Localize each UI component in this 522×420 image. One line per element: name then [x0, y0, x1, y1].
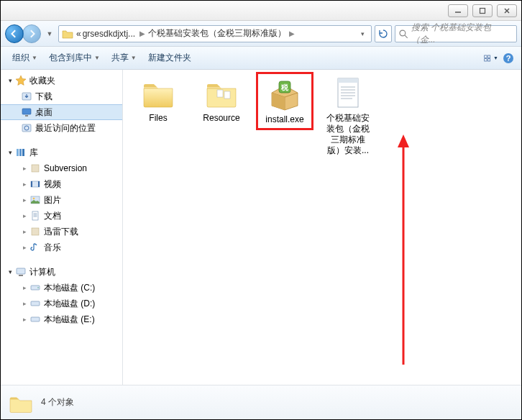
nav-tree[interactable]: ▾ 收藏夹 下载 桌面 最近访问的位置 ▾ 库 ▸ Subversion: [1, 70, 123, 385]
desktop-icon: [21, 106, 32, 118]
folder-icon: [8, 391, 34, 414]
history-dropdown[interactable]: ▼: [44, 30, 55, 37]
svg-text:税: 税: [280, 83, 289, 91]
svg-rect-35: [31, 301, 40, 306]
addr-prefix: «: [76, 29, 81, 39]
svg-rect-8: [485, 58, 487, 60]
svg-rect-15: [22, 124, 31, 132]
svg-point-25: [33, 198, 35, 200]
back-button[interactable]: [5, 24, 24, 43]
drive-icon: [29, 282, 41, 293]
library-folder-icon: [29, 163, 41, 174]
file-folder-files[interactable]: Files: [133, 76, 183, 124]
close-button[interactable]: [497, 4, 517, 17]
tree-downloads[interactable]: 下载: [1, 88, 122, 104]
svg-rect-18: [19, 149, 22, 156]
svg-rect-13: [22, 109, 31, 114]
pictures-icon: [29, 194, 41, 206]
file-readme-txt[interactable]: 个税基础安装包（金税三期标准版）安装...: [323, 76, 373, 156]
maximize-button[interactable]: [472, 4, 493, 17]
svg-rect-36: [31, 317, 40, 321]
svg-rect-17: [17, 149, 19, 156]
installer-icon: 税: [267, 77, 302, 111]
tree-music[interactable]: ▸ 音乐: [1, 239, 122, 255]
tree-subversion[interactable]: ▸ Subversion: [1, 160, 122, 176]
tree-disk-d[interactable]: ▸ 本地磁盘 (D:): [1, 296, 122, 311]
svg-rect-32: [19, 275, 23, 276]
library-folder-icon: [29, 226, 41, 237]
drive-icon: [29, 314, 41, 325]
folder-icon: [204, 76, 239, 110]
library-icon: [15, 147, 27, 158]
share-menu[interactable]: 共享▼: [106, 49, 142, 67]
svg-rect-9: [487, 58, 490, 60]
forward-button[interactable]: [22, 24, 41, 43]
view-button[interactable]: ▼: [484, 51, 498, 65]
tree-docs[interactable]: ▸ 文档: [1, 208, 122, 224]
docs-icon: [29, 210, 41, 222]
svg-rect-38: [224, 91, 230, 99]
drive-icon: [29, 298, 41, 309]
svg-rect-7: [487, 55, 490, 57]
svg-rect-6: [485, 55, 487, 57]
status-text: 4 个对象: [41, 396, 74, 408]
tree-favorites[interactable]: ▾ 收藏夹: [1, 73, 122, 88]
tree-disk-e[interactable]: ▸ 本地磁盘 (E:): [1, 311, 122, 327]
tree-disk-c[interactable]: ▸ 本地磁盘 (C:): [1, 280, 122, 296]
include-menu[interactable]: 包含到库中▼: [43, 49, 106, 67]
svg-rect-19: [22, 149, 24, 156]
svg-rect-31: [17, 268, 25, 274]
help-button[interactable]: ?: [501, 51, 516, 65]
search-placeholder: 搜索 个税基础安装包（金...: [411, 22, 513, 46]
addr-seg2[interactable]: 个税基础安装包（金税三期标准版）: [148, 27, 286, 40]
tree-computer[interactable]: ▾ 计算机: [1, 264, 122, 280]
tree-xunlei[interactable]: ▸ 迅雷下载: [1, 224, 122, 239]
video-icon: [29, 178, 41, 190]
window-titlebar: [1, 1, 521, 21]
svg-rect-1: [480, 8, 485, 13]
annotation-arrow: [389, 134, 418, 372]
tree-desktop[interactable]: 桌面: [1, 104, 122, 120]
svg-rect-20: [32, 165, 39, 172]
main-area: ▾ 收藏夹 下载 桌面 最近访问的位置 ▾ 库 ▸ Subversion: [1, 70, 521, 385]
star-icon: [15, 75, 27, 86]
svg-rect-22: [31, 181, 32, 187]
status-bar: 4 个对象: [1, 385, 521, 419]
file-install-exe[interactable]: 税 install.exe: [260, 76, 310, 127]
chevron-right-icon[interactable]: ▶: [286, 29, 298, 37]
svg-point-4: [400, 30, 406, 36]
recent-icon: [21, 122, 32, 134]
tree-recent[interactable]: 最近访问的位置: [1, 120, 122, 136]
address-row: ▼ « grsesdkdjxtj... ▶ 个税基础安装包（金税三期标准版） ▶…: [1, 21, 521, 47]
file-view[interactable]: Files Resource 税: [123, 70, 521, 385]
newfolder-button[interactable]: 新建文件夹: [142, 49, 197, 67]
svg-rect-23: [38, 181, 40, 187]
file-folder-resource[interactable]: Resource: [196, 76, 247, 124]
folder-icon: [141, 76, 175, 110]
search-input[interactable]: 搜索 个税基础安装包（金...: [395, 25, 517, 42]
svg-rect-14: [25, 115, 28, 117]
music-icon: [29, 242, 41, 253]
address-bar[interactable]: « grsesdkdjxtj... ▶ 个税基础安装包（金税三期标准版） ▶ ▾: [58, 25, 372, 42]
svg-text:?: ?: [506, 54, 511, 63]
minimize-button[interactable]: [448, 4, 468, 17]
svg-marker-49: [398, 134, 409, 147]
tree-library[interactable]: ▾ 库: [1, 145, 122, 160]
computer-icon: [15, 266, 27, 278]
refresh-button[interactable]: [375, 25, 392, 42]
svg-rect-30: [32, 228, 39, 235]
svg-line-5: [405, 35, 408, 37]
toolbar: 组织▼ 包含到库中▼ 共享▼ 新建文件夹 ▼ ?: [1, 47, 521, 70]
addr-dropdown[interactable]: ▾: [357, 30, 368, 37]
svg-point-34: [37, 287, 39, 288]
text-file-icon: [331, 76, 365, 110]
search-icon: [398, 29, 408, 39]
folder-icon: [62, 29, 73, 39]
tree-pictures[interactable]: ▸ 图片: [1, 192, 122, 208]
svg-rect-37: [217, 90, 223, 97]
addr-seg1[interactable]: grsesdkdjxtj...: [81, 29, 137, 39]
tree-video[interactable]: ▸ 视频: [1, 176, 122, 192]
organize-menu[interactable]: 组织▼: [6, 49, 43, 67]
svg-rect-42: [338, 78, 358, 83]
chevron-right-icon[interactable]: ▶: [137, 29, 148, 37]
